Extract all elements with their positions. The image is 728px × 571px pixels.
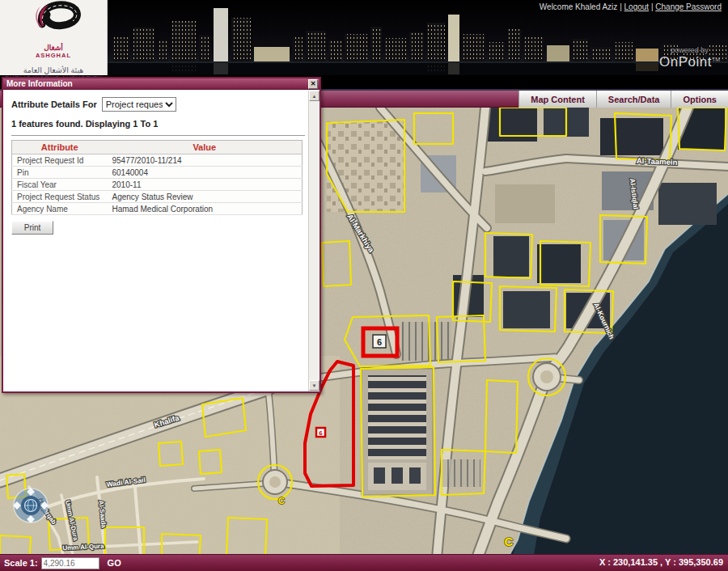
table-row: Pin 60140004: [12, 167, 303, 179]
feature-number-label: 6: [377, 337, 382, 347]
scroll-down-icon[interactable]: ▼: [309, 380, 320, 391]
status-bar: Scale 1: GO X : 230,141.35 , Y : 395,350…: [0, 554, 728, 571]
dialog-title-bar[interactable]: More Information ✕: [3, 78, 320, 90]
dialog-divider: [11, 135, 305, 136]
logo-english-name: ASHGHAL: [0, 52, 107, 59]
more-information-dialog: More Information ✕ ▲ ▼ Attribute Details…: [2, 77, 321, 393]
dialog-scrollbar[interactable]: ▲ ▼: [308, 91, 320, 391]
ashghal-logo: أشغال ASHGHAL هيئة الأشغال العامة PUBLIC…: [0, 0, 108, 75]
header-banner: Welcome Khaled Aziz | Logout | Change Pa…: [0, 0, 728, 75]
parcel-marker: 6: [316, 428, 325, 437]
cursor-coordinates: X : 230,141.35 , Y : 395,350.69: [599, 557, 723, 567]
onpoint-logo: OnPoint: [659, 54, 712, 70]
table-row: Project Request Id 95477/2010-11/214: [12, 154, 303, 167]
table-row: Project Request Status Agency Status Rev…: [12, 191, 303, 203]
logo-arabic-title: هيئة الأشغال العامة: [0, 66, 107, 74]
welcome-text: Welcome Khaled Aziz: [540, 2, 618, 11]
value-column-header: Value: [108, 141, 303, 154]
layer-select[interactable]: Project requests: [102, 97, 176, 112]
dialog-body: Attribute Details For Project requests 1…: [3, 91, 308, 391]
print-button[interactable]: Print: [11, 221, 53, 235]
svg-text:C: C: [505, 535, 514, 548]
table-row: Fiscal Year 2010-11: [12, 179, 303, 191]
logo-arabic-name: أشغال: [0, 44, 107, 52]
table-row: Agency Name Hamad Medical Corporation: [12, 203, 303, 215]
attribute-details-label: Attribute Details For: [11, 99, 97, 109]
search-data-button[interactable]: Search/Data: [596, 91, 671, 108]
options-button[interactable]: Options: [671, 91, 728, 108]
scale-input[interactable]: [41, 557, 99, 569]
scroll-up-icon[interactable]: ▲: [309, 91, 320, 101]
logout-link[interactable]: Logout: [624, 2, 650, 11]
features-summary: 1 features found. Displaying 1 To 1: [11, 119, 305, 129]
attribute-column-header: Attribute: [12, 141, 108, 154]
close-icon[interactable]: ✕: [308, 79, 318, 89]
application-window: Welcome Khaled Aziz | Logout | Change Pa…: [0, 0, 728, 571]
ashghal-road-swoosh-icon: [0, 0, 108, 40]
attribute-table: Attribute Value Project Request Id 95477…: [11, 140, 303, 215]
dialog-title: More Information: [6, 79, 73, 88]
user-session-bar: Welcome Khaled Aziz | Logout | Change Pa…: [540, 2, 722, 11]
change-password-link[interactable]: Change Password: [655, 2, 722, 11]
svg-text:C: C: [278, 496, 285, 505]
map-navigator[interactable]: [13, 488, 49, 523]
powered-by-brand: powered by OnPointTM: [659, 46, 720, 70]
map-content-button[interactable]: Map Content: [518, 91, 596, 108]
scale-label: Scale 1:: [4, 558, 38, 568]
go-button[interactable]: GO: [108, 558, 121, 568]
svg-text:Al-Taamein: Al-Taamein: [637, 156, 678, 167]
svg-text:6: 6: [319, 429, 323, 437]
